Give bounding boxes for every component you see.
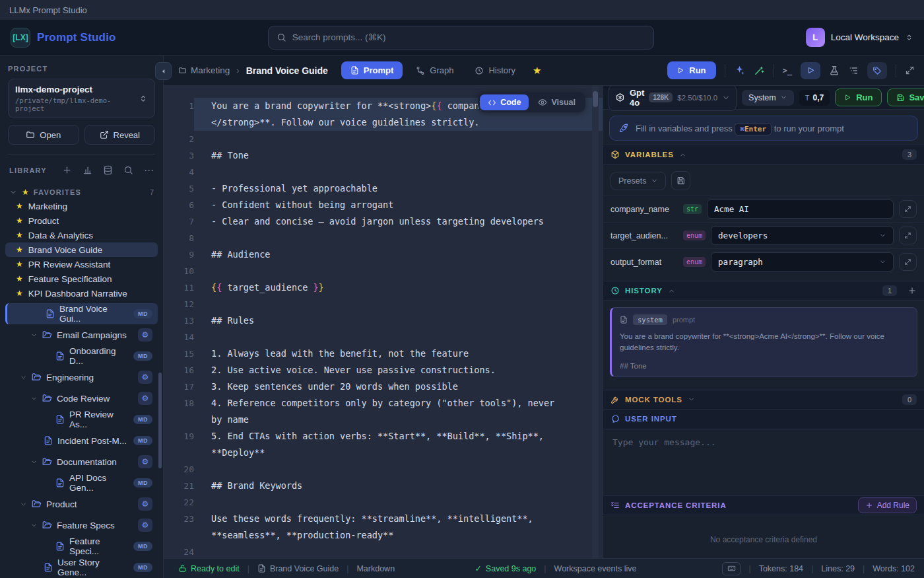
run-prompt-button[interactable]: Run [835,89,882,106]
history-section-header[interactable]: HISTORY 1 [603,281,924,301]
scrollbar-thumb[interactable] [593,91,598,107]
tab-history[interactable]: History [467,61,523,79]
gear-icon[interactable]: ⚙ [138,497,152,511]
search-bar[interactable] [268,26,654,50]
favorite-item[interactable]: ★Marketing [5,199,158,213]
collapse-sidebar-button[interactable] [155,62,172,80]
code-line[interactable]: 23Use these words frequently: **streamli… [169,511,603,544]
role-selector[interactable]: System [742,90,794,106]
more-icon[interactable]: ⋯ [144,165,154,175]
code-editor[interactable]: 1You are a brand copywriter for **<stron… [164,86,603,558]
reveal-project-button[interactable]: Reveal [84,125,156,145]
tree-folder[interactable]: Email Campaigns⚙ [5,324,158,345]
tree-folder[interactable]: Feature Specs⚙ [5,515,158,536]
gear-icon[interactable]: ⚙ [138,392,152,405]
tree-file[interactable]: API Docs Gen...MD [5,472,158,493]
favorite-item[interactable]: ★KPI Dashboard Narrative [5,286,158,301]
code-line[interactable]: 195. End CTAs with action verbs: **Start… [169,428,603,461]
tab-graph[interactable]: Graph [408,61,461,79]
tree-folder[interactable]: Code Review⚙ [5,388,158,409]
code-line[interactable]: 162. Use active voice. Never use passive… [169,362,603,379]
sidebar-scrollbar[interactable] [158,373,162,468]
favorite-item[interactable]: ★Feature Specification [5,271,158,286]
app-logo[interactable]: [LX] [11,28,30,48]
code-line[interactable]: 24 [169,544,603,558]
favorite-star-toggle[interactable]: ★ [533,65,541,75]
code-line[interactable]: 184. Reference competitors only by categ… [169,395,603,428]
search-input[interactable] [292,32,645,42]
code-line[interactable]: 9## Audience [169,246,603,263]
sparkles-icon[interactable] [734,65,745,76]
temperature-input[interactable]: T 0,7 [799,90,830,106]
open-project-button[interactable]: Open [8,125,79,145]
code-line[interactable]: 173. Keep sentences under 20 words when … [169,379,603,395]
code-line[interactable]: 14 [169,329,603,345]
magic-wand-icon[interactable] [754,65,765,76]
add-rule-button[interactable]: Add Rule [858,497,917,513]
list-tree-icon[interactable] [848,65,859,76]
code-line[interactable]: 3## Tone [169,147,603,164]
terminal-icon[interactable]: >_ [783,66,792,75]
code-line[interactable]: 8 [169,230,603,246]
favorite-item[interactable]: ★Product [5,213,158,228]
gear-icon[interactable]: ⚙ [138,328,152,342]
user-message-input[interactable]: Type your message... [603,429,924,495]
tab-prompt[interactable]: Prompt [341,61,403,79]
code-line[interactable]: 21## Brand Keywords [169,478,603,494]
project-selector[interactable]: llmx-demo-project /private/tmp/llmx-demo… [8,79,155,118]
tree-file[interactable]: User Story Gene...MD [5,557,158,578]
tree-file[interactable]: Brand Voice Gui...MD [5,303,158,324]
tag-button[interactable] [867,62,887,79]
favorite-item[interactable]: ★Data & Analytics [5,228,158,242]
variable-value-select[interactable]: developers [711,226,894,245]
acceptance-section-header[interactable]: ACCEPTANCE CRITERIA Add Rule [603,495,924,515]
code-line[interactable]: 10 [169,263,603,279]
save-preset-button[interactable] [671,171,690,190]
code-line[interactable]: 22 [169,494,603,511]
model-selector[interactable]: Gpt 4o 128K $2.50/$10.0 [609,86,737,111]
editor-scrollbar[interactable] [592,86,599,558]
code-line[interactable]: 20 [169,461,603,478]
code-line[interactable]: 12 [169,296,603,312]
tree-folder[interactable]: Engineering⚙ [5,367,158,388]
flask-icon[interactable] [829,65,840,76]
database-icon[interactable] [103,165,113,175]
tree-folder[interactable]: Documentation⚙ [5,451,158,472]
code-line[interactable]: 7- Clear and concise — avoid jargon unle… [169,213,603,230]
user-input-section-header[interactable]: USER INPUT [603,410,924,429]
favorite-item[interactable]: ★PR Review Assistant [5,257,158,271]
code-line[interactable]: 13## Rules [169,312,603,329]
variable-value-input[interactable] [707,199,894,219]
code-line[interactable]: 4 [169,164,603,180]
tree-folder[interactable]: Product⚙ [5,493,158,515]
favorites-header[interactable]: ★ FAVORITES 7 [0,182,163,199]
tree-file[interactable]: Feature Speci...MD [5,536,158,557]
add-icon[interactable] [908,286,917,295]
variables-section-header[interactable]: VARIABLES 3 [603,145,924,164]
search-icon[interactable] [123,165,133,175]
code-line[interactable]: 2 [169,131,603,147]
history-card[interactable]: system prompt You are a brand copywriter… [610,307,917,377]
bar-chart-icon[interactable] [82,165,92,175]
gear-icon[interactable]: ⚙ [138,455,152,468]
save-button[interactable]: Save [887,89,924,106]
code-line[interactable]: 6- Confident without being arrogant [169,197,603,213]
run-button[interactable]: Run [667,61,715,79]
expand-variable-button[interactable] [899,227,917,244]
code-line[interactable]: 11{{ target_audience }} [169,279,603,296]
keyboard-shortcuts-button[interactable] [722,562,741,575]
tree-file[interactable]: Incident Post-M...MD [5,430,158,451]
expand-variable-button[interactable] [899,200,917,218]
play-mode-button[interactable] [801,62,820,79]
workspace-switcher[interactable]: L Local Workspace [806,28,913,47]
gear-icon[interactable]: ⚙ [138,371,152,384]
code-line[interactable]: 5- Professional yet approachable [169,180,603,197]
tree-file[interactable]: Onboarding D...MD [5,345,158,367]
variable-value-select[interactable]: paragraph [711,252,894,271]
gear-icon[interactable]: ⚙ [138,519,152,532]
add-icon[interactable] [62,165,72,175]
expand-icon[interactable] [905,65,915,75]
breadcrumb[interactable]: Marketing [178,65,230,75]
presets-dropdown[interactable]: Presets [610,172,666,190]
tree-file[interactable]: PR Review As...MD [5,409,158,430]
